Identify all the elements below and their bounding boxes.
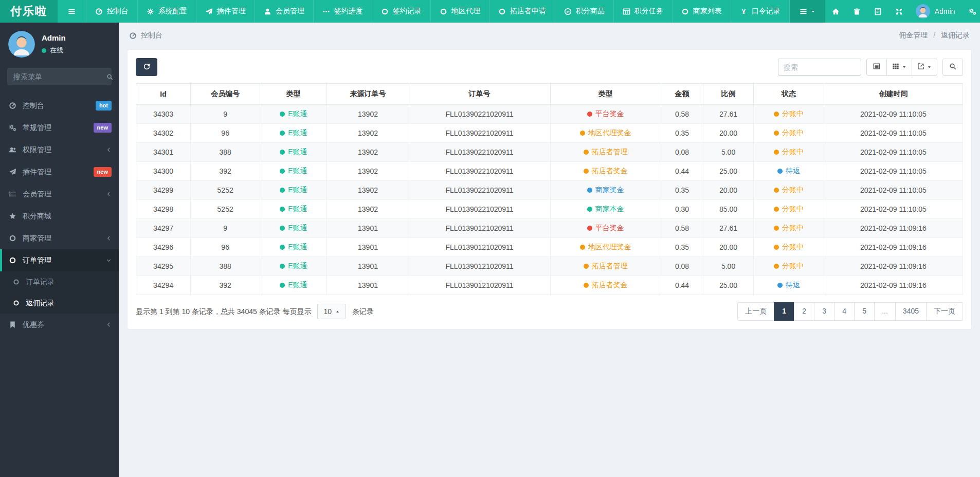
pagination-page-4[interactable]: 4 [834, 302, 855, 321]
table-row: 3430296E账通13902FLL01390221020911地区代理奖金0.… [136, 124, 963, 143]
sidebar-item-label: 订单管理 [23, 256, 51, 265]
nav-item-sidebar-toggle[interactable] [58, 0, 86, 23]
nav-item-label: 口令记录 [752, 7, 781, 16]
nav-item-merchant-list[interactable]: 商家列表 [673, 0, 731, 23]
type-flag: E账通 [280, 262, 307, 271]
nav-settings-button[interactable] [961, 0, 980, 23]
records-table: Id会员编号类型来源订单号订单号类型金额比例状态创建时间 343039E账通13… [136, 83, 963, 295]
sidebar-item-dashboard[interactable]: 控制台hot [0, 95, 119, 117]
category-flag: 拓店者奖金 [584, 167, 628, 176]
cell-ratio: 5.00 [703, 143, 754, 162]
pagination-page-3405[interactable]: 3405 [895, 302, 927, 321]
sidebar-search-input[interactable] [13, 72, 106, 81]
pagination-prev[interactable]: 上一页 [737, 302, 774, 321]
status-label: 分账中 [782, 205, 804, 214]
nav-item-plugin-management[interactable]: 插件管理 [196, 0, 255, 23]
cell-order: FLL01390221020911 [409, 124, 550, 143]
category-flag: 商家本金 [587, 205, 624, 214]
cell-member: 388 [191, 143, 260, 162]
nav-item-label: 控制台 [107, 7, 129, 16]
sidebar-item-label: 积分商城 [23, 212, 51, 221]
cell-member: 9 [191, 219, 260, 238]
type-label: E账通 [288, 109, 307, 119]
pagination-row: 显示第 1 到第 10 条记录，总共 34045 条记录 每页显示 10 条记录… [136, 302, 963, 321]
cell-amount: 0.08 [661, 257, 703, 276]
nav-item-sign-progress[interactable]: 签约进度 [314, 0, 372, 23]
column-header: 来源订单号 [327, 84, 409, 105]
pagination-page-1[interactable]: 1 [774, 302, 794, 321]
status-dot-icon [280, 207, 285, 212]
caret-down-icon [902, 65, 906, 69]
sidebar-item-merchants[interactable]: 商家管理 [0, 227, 119, 249]
avatar [916, 4, 930, 19]
table-row: 34295388E账通13901FLL01390121020911拓店者管理0.… [136, 257, 963, 276]
sidebar-item-permissions[interactable]: 权限管理 [0, 139, 119, 161]
status-dot-icon [280, 245, 285, 250]
nav-item-system-config[interactable]: 系统配置 [138, 0, 196, 23]
nav-item-password-records[interactable]: ¥口令记录 [731, 0, 790, 23]
sidebar-subitem-rebate-records[interactable]: 返佣记录 [0, 292, 119, 314]
pagination: 上一页12345...3405下一页 [737, 302, 963, 321]
column-header: 订单号 [409, 84, 550, 105]
sidebar-subitem-order-records[interactable]: 订单记录 [0, 271, 119, 292]
paging-toggle-button[interactable] [866, 59, 887, 76]
pagination-next[interactable]: 下一页 [926, 302, 963, 321]
pagination-info-suffix: 条记录 [352, 307, 374, 316]
nav-item-points-tasks[interactable]: 积分任务 [614, 0, 673, 23]
breadcrumb: 佣金管理 / 返佣记录 [899, 31, 970, 40]
export-button[interactable] [912, 59, 937, 76]
pagination-page-3[interactable]: 3 [814, 302, 834, 321]
cell-id: 34297 [136, 219, 191, 238]
cell-created: 2021-02-09 11:10:05 [824, 181, 963, 200]
nav-logs-button[interactable] [867, 0, 888, 23]
nav-trash-button[interactable] [846, 0, 867, 23]
sidebar-item-points-mall[interactable]: 积分商城 [0, 205, 119, 227]
users-icon [8, 146, 17, 154]
sidebar-item-members[interactable]: 会员管理 [0, 183, 119, 205]
sidebar-item-coupons[interactable]: 优惠券 [0, 314, 119, 336]
pagination-page-5[interactable]: 5 [854, 302, 875, 321]
sidebar: Admin 在线 控制台hot常规管理new权限管理插件管理new会员管理积分商… [0, 23, 119, 477]
nav-dropdown-button[interactable] [790, 0, 825, 23]
sidebar-item-orders[interactable]: 订单管理 [0, 249, 119, 271]
chevron-left-icon [106, 322, 112, 327]
table-search-input[interactable] [778, 59, 861, 76]
search-button[interactable] [942, 59, 963, 76]
cell-id: 34295 [136, 257, 191, 276]
columns-button[interactable] [886, 59, 912, 76]
pagination-page-2[interactable]: 2 [794, 302, 814, 321]
table-row: 342985252E账通13902FLL01390221020911商家本金0.… [136, 200, 963, 219]
nav-fullscreen-button[interactable] [888, 0, 910, 23]
circle-icon [440, 8, 447, 15]
expand-icon [895, 8, 903, 15]
table-body: 343039E账通13902FLL01390221020911平台奖金0.582… [136, 105, 963, 295]
nav-item-region-agent[interactable]: 地区代理 [431, 0, 489, 23]
cogs-icon [968, 8, 977, 15]
sidebar-item-general[interactable]: 常规管理new [0, 117, 119, 139]
nav-item-label: 会员管理 [276, 7, 304, 16]
nav-item-points-goods[interactable]: P积分商品 [555, 0, 614, 23]
cell-amount: 0.35 [661, 181, 703, 200]
cell-type: E账通 [260, 143, 327, 162]
column-header: 状态 [754, 84, 824, 105]
table-row: 342995252E账通13902FLL01390221020911商家奖金0.… [136, 181, 963, 200]
nav-home-button[interactable] [825, 0, 846, 23]
brand-logo[interactable]: 付乐啦 [0, 0, 58, 23]
nav-item-sign-records[interactable]: 签约记录 [372, 0, 431, 23]
column-header: 类型 [550, 84, 661, 105]
nav-item-shop-developer-apply[interactable]: 拓店者申请 [489, 0, 555, 23]
status-flag: 分账中 [774, 129, 804, 138]
category-flag: 地区代理奖金 [580, 243, 631, 252]
cell-type: E账通 [260, 219, 327, 238]
sidebar-item-plugins[interactable]: 插件管理new [0, 161, 119, 183]
sidebar-subitem-label: 返佣记录 [26, 299, 55, 308]
breadcrumb-parent[interactable]: 佣金管理 [899, 31, 928, 39]
page-size-select[interactable]: 10 [317, 304, 346, 319]
sidebar-item-label: 会员管理 [23, 190, 51, 199]
user-info: Admin 在线 [42, 33, 66, 55]
nav-item-dashboard[interactable]: 控制台 [86, 0, 138, 23]
menu-icon [68, 8, 76, 15]
refresh-button[interactable] [136, 58, 157, 76]
nav-item-member-management[interactable]: 会员管理 [255, 0, 314, 23]
user-menu[interactable]: Admin [910, 0, 961, 23]
